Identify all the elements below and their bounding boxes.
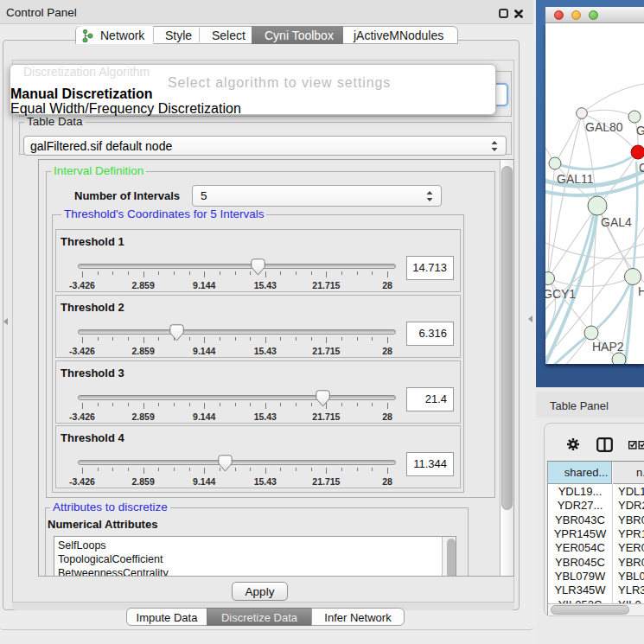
svg-text:GAL11: GAL11 — [557, 172, 594, 186]
svg-text:GAL80: GAL80 — [585, 120, 623, 134]
svg-text:GAL4: GAL4 — [601, 215, 632, 229]
svg-text:HAP2: HAP2 — [592, 340, 624, 354]
svg-text:H: H — [638, 284, 644, 298]
svg-text:GCY1: GCY1 — [545, 287, 576, 301]
svg-text:C: C — [639, 161, 644, 175]
svg-text:GA: GA — [636, 124, 644, 137]
